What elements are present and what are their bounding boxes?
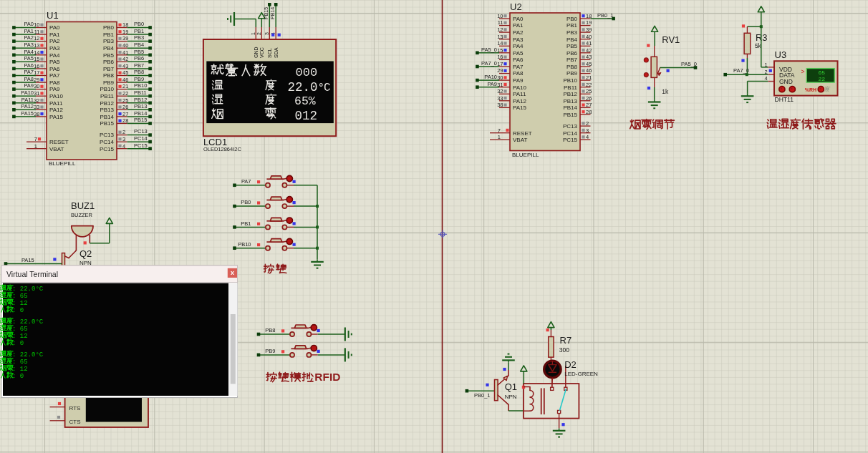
- svg-text:40: 40: [586, 34, 592, 40]
- svg-text:PA5_0: PA5_0: [681, 61, 697, 67]
- svg-text:PB1: PB1: [134, 28, 144, 34]
- svg-text:PA12: PA12: [513, 98, 527, 104]
- svg-text:PA15: PA15: [21, 257, 34, 263]
- svg-text:1: 1: [765, 62, 768, 68]
- svg-text:BLUEPILL: BLUEPILL: [512, 152, 539, 158]
- svg-text:PC14: PC14: [100, 139, 115, 145]
- svg-text:R7: R7: [560, 335, 572, 346]
- svg-text:PA8: PA8: [24, 76, 34, 82]
- svg-text:PA7_0: PA7_0: [733, 67, 749, 74]
- svg-text:PA8: PA8: [513, 70, 524, 77]
- svg-text:1: 1: [498, 134, 501, 140]
- svg-text:PB8: PB8: [566, 64, 578, 70]
- svg-text:PB4: PB4: [134, 42, 144, 48]
- svg-text:RV1: RV1: [662, 34, 680, 45]
- svg-text:PB5: PB5: [134, 49, 144, 55]
- svg-text:PA3: PA3: [49, 45, 60, 52]
- svg-text:PA5: PA5: [49, 59, 60, 65]
- svg-text:PA6: PA6: [24, 62, 34, 69]
- svg-text:25: 25: [586, 88, 592, 94]
- svg-text:PB0: PB0: [134, 21, 144, 27]
- svg-text:PC13: PC13: [563, 123, 578, 130]
- svg-text:PB10: PB10: [100, 86, 114, 92]
- svg-text:PA3: PA3: [513, 36, 524, 43]
- svg-text:PB1: PB1: [103, 31, 115, 38]
- svg-text:16: 16: [497, 54, 503, 60]
- svg-text:PA11: PA11: [49, 100, 63, 107]
- svg-text:PA3: PA3: [24, 42, 34, 48]
- svg-text:VCC: VCC: [259, 47, 264, 58]
- svg-text:BUZZER: BUZZER: [71, 212, 93, 218]
- svg-text:3: 3: [586, 127, 589, 134]
- svg-text:2: 2: [256, 32, 261, 35]
- svg-text:PB10: PB10: [563, 77, 577, 84]
- svg-text:PA10: PA10: [484, 74, 497, 80]
- svg-text:PB8: PB8: [265, 327, 275, 333]
- svg-text:13: 13: [497, 34, 503, 40]
- svg-text:Virtual Terminal: Virtual Terminal: [6, 270, 58, 278]
- svg-text:SDA: SDA: [274, 47, 279, 58]
- svg-text:RESET: RESET: [513, 130, 532, 137]
- svg-text:29: 29: [497, 67, 503, 74]
- svg-text:°C: °C: [318, 82, 331, 94]
- svg-text:PB5: PB5: [566, 43, 578, 49]
- svg-text:45: 45: [586, 61, 592, 67]
- svg-text:PB0: PB0: [241, 199, 251, 205]
- svg-text:x: x: [231, 269, 234, 276]
- svg-text:22: 22: [818, 76, 825, 82]
- svg-text:38: 38: [497, 102, 503, 108]
- svg-text:CTS: CTS: [69, 419, 81, 425]
- svg-text:4: 4: [122, 143, 125, 150]
- svg-text:GND: GND: [779, 78, 793, 85]
- svg-text:PA4: PA4: [24, 49, 34, 55]
- svg-text:PA9: PA9: [487, 81, 497, 87]
- svg-text:PB3: PB3: [566, 29, 578, 36]
- svg-text:PB12: PB12: [134, 97, 147, 103]
- svg-text:PB10: PB10: [134, 82, 147, 89]
- svg-text:7: 7: [498, 127, 501, 134]
- svg-text:PA10: PA10: [21, 89, 34, 96]
- svg-text:012: 012: [295, 109, 318, 123]
- svg-text:PB6: PB6: [134, 55, 144, 62]
- svg-text:PC15: PC15: [563, 137, 578, 143]
- svg-text:300: 300: [559, 346, 569, 354]
- svg-text:PB3: PB3: [103, 38, 115, 44]
- svg-text:U3: U3: [775, 49, 787, 60]
- svg-text:PC14: PC14: [563, 130, 578, 137]
- svg-text:3: 3: [122, 136, 125, 142]
- svg-text:PB4: PB4: [103, 45, 115, 52]
- svg-text:VBAT: VBAT: [49, 146, 64, 152]
- svg-text:PA0: PA0: [49, 24, 60, 31]
- svg-text:PA10: PA10: [513, 84, 527, 91]
- svg-text:28: 28: [586, 109, 592, 115]
- svg-text:PA7_0: PA7_0: [481, 60, 497, 67]
- svg-text:PB4: PB4: [566, 36, 578, 43]
- svg-text:PB14: PB14: [270, 7, 275, 19]
- svg-text:22: 22: [586, 82, 592, 88]
- svg-text:PB1: PB1: [241, 220, 251, 227]
- svg-text:33: 33: [497, 95, 503, 102]
- svg-text:PB1: PB1: [566, 22, 578, 29]
- svg-text:PA6: PA6: [513, 57, 524, 63]
- svg-text:PB6: PB6: [103, 59, 115, 65]
- svg-text:PA2: PA2: [49, 38, 60, 44]
- svg-text:43: 43: [586, 54, 592, 60]
- svg-text:PB7: PB7: [134, 62, 144, 69]
- svg-text:%RH: %RH: [805, 87, 816, 92]
- svg-text:26: 26: [586, 95, 592, 102]
- svg-text:PA5_0: PA5_0: [481, 47, 497, 53]
- svg-text:PA11: PA11: [21, 97, 34, 103]
- svg-text:41: 41: [586, 40, 592, 47]
- svg-text:4: 4: [586, 134, 589, 140]
- svg-text:PB8: PB8: [134, 69, 144, 75]
- svg-text:PA12: PA12: [49, 107, 64, 113]
- svg-text:3: 3: [264, 32, 269, 35]
- svg-text:32: 32: [497, 88, 503, 94]
- svg-text:PB5: PB5: [103, 52, 115, 59]
- svg-text:PA11: PA11: [513, 91, 526, 97]
- svg-text:VBAT: VBAT: [513, 137, 527, 143]
- svg-text:PB9: PB9: [134, 76, 144, 82]
- svg-text:U2: U2: [510, 1, 522, 12]
- svg-text:PC13: PC13: [100, 132, 115, 138]
- svg-text:DHT11: DHT11: [775, 96, 794, 103]
